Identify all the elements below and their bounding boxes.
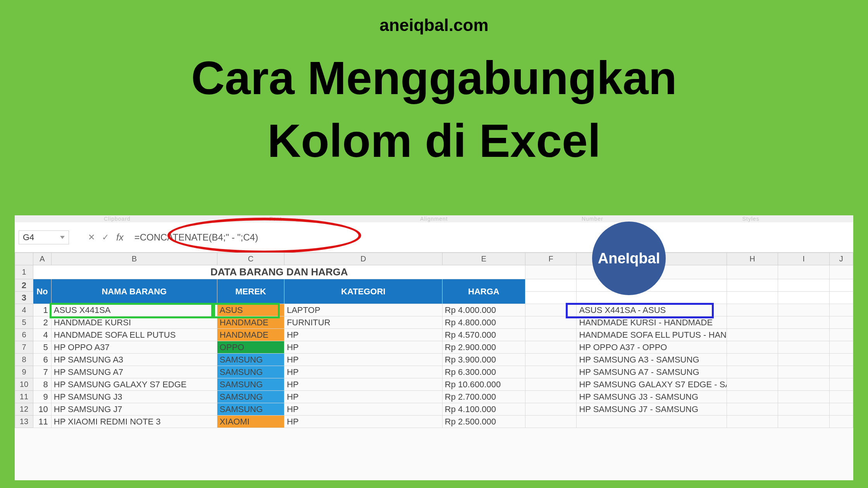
cell-kategori[interactable]: HP bbox=[284, 366, 443, 378]
row-header[interactable]: 9 bbox=[15, 366, 33, 378]
cell[interactable] bbox=[829, 341, 853, 354]
cell-harga[interactable]: Rp 6.300.000 bbox=[442, 366, 525, 378]
cell[interactable] bbox=[727, 279, 778, 292]
cell-result[interactable]: HANDMADE KURSI - HANDMADE bbox=[577, 316, 727, 329]
cell[interactable] bbox=[778, 416, 830, 428]
cell-no[interactable]: 10 bbox=[33, 403, 51, 416]
th-no[interactable]: No bbox=[33, 279, 51, 304]
cell-no[interactable]: 8 bbox=[33, 378, 51, 391]
cell-nama[interactable]: HP SAMSUNG J7 bbox=[51, 403, 217, 416]
cell-nama[interactable]: HANDMADE KURSI bbox=[51, 316, 217, 329]
select-all-corner[interactable] bbox=[15, 253, 33, 265]
cell-kategori[interactable]: LAPTOP bbox=[284, 304, 443, 316]
cell-result[interactable]: HANDMADE SOFA ELL PUTUS - HANDMADE bbox=[577, 329, 727, 341]
col-header-i[interactable]: I bbox=[778, 253, 830, 265]
cell[interactable] bbox=[525, 403, 577, 416]
col-header-j[interactable]: J bbox=[829, 253, 853, 265]
cell[interactable] bbox=[778, 391, 830, 403]
cell-harga[interactable]: Rp 2.900.000 bbox=[442, 341, 525, 354]
cell[interactable] bbox=[778, 265, 830, 279]
row-header[interactable]: 13 bbox=[15, 416, 33, 428]
cell-harga[interactable]: Rp 10.600.000 bbox=[442, 378, 525, 391]
cell[interactable] bbox=[778, 354, 830, 366]
cell[interactable] bbox=[525, 378, 577, 391]
sheet-title[interactable]: DATA BARANG DAN HARGA bbox=[33, 265, 525, 279]
cell-result[interactable]: HP SAMSUNG A7 - SAMSUNG bbox=[577, 366, 727, 378]
cell[interactable] bbox=[778, 378, 830, 391]
cell[interactable] bbox=[727, 316, 778, 329]
col-header-f[interactable]: F bbox=[525, 253, 577, 265]
cell-no[interactable]: 7 bbox=[33, 366, 51, 378]
cell[interactable] bbox=[778, 279, 830, 292]
cell-kategori[interactable]: HP bbox=[284, 329, 443, 341]
cell[interactable] bbox=[829, 292, 853, 304]
cell[interactable] bbox=[577, 292, 727, 304]
cell[interactable] bbox=[727, 378, 778, 391]
cell[interactable] bbox=[727, 416, 778, 428]
cell[interactable] bbox=[727, 403, 778, 416]
cell[interactable] bbox=[829, 354, 853, 366]
col-header-c[interactable]: C bbox=[217, 253, 284, 265]
cell-harga[interactable]: Rp 4.570.000 bbox=[442, 329, 525, 341]
cell[interactable] bbox=[525, 341, 577, 354]
formula-input[interactable]: =CONCATENATE(B4;" - ";C4) bbox=[127, 232, 258, 243]
cell-nama[interactable]: HP SAMSUNG A3 bbox=[51, 354, 217, 366]
cell-kategori[interactable]: HP bbox=[284, 403, 443, 416]
cell-merek[interactable]: SAMSUNG bbox=[217, 391, 284, 403]
cell-result[interactable]: HP SAMSUNG A3 - SAMSUNG bbox=[577, 354, 727, 366]
cell[interactable] bbox=[829, 366, 853, 378]
spreadsheet-grid[interactable]: A B C D E F G H I J 1 DATA BARANG DAN HA… bbox=[15, 253, 853, 428]
cell-kategori[interactable]: HP bbox=[284, 341, 443, 354]
row-header[interactable]: 5 bbox=[15, 316, 33, 329]
col-header-e[interactable]: E bbox=[442, 253, 525, 265]
cell[interactable] bbox=[525, 354, 577, 366]
cell[interactable] bbox=[525, 391, 577, 403]
cell[interactable] bbox=[727, 366, 778, 378]
cell-kategori[interactable]: HP bbox=[284, 391, 443, 403]
cell[interactable] bbox=[727, 304, 778, 316]
row-header[interactable]: 12 bbox=[15, 403, 33, 416]
row-header[interactable]: 4 bbox=[15, 304, 33, 316]
cell-merek[interactable]: XIAOMI bbox=[217, 416, 284, 428]
cell-merek[interactable]: SAMSUNG bbox=[217, 378, 284, 391]
cell-no[interactable]: 6 bbox=[33, 354, 51, 366]
cell-nama[interactable]: HANDMADE SOFA ELL PUTUS bbox=[51, 329, 217, 341]
th-merek[interactable]: MEREK bbox=[217, 279, 284, 304]
cell-merek[interactable]: ASUS bbox=[217, 304, 284, 316]
cell[interactable] bbox=[829, 265, 853, 279]
cell-result[interactable]: HP SAMSUNG GALAXY S7 EDGE - SAMSUNG bbox=[577, 378, 727, 391]
cell-merek[interactable]: SAMSUNG bbox=[217, 366, 284, 378]
name-box[interactable]: G4 bbox=[19, 230, 69, 244]
fx-icon[interactable]: fx bbox=[116, 232, 124, 243]
cell-no[interactable]: 9 bbox=[33, 391, 51, 403]
cell-no[interactable]: 1 bbox=[33, 304, 51, 316]
cell-harga[interactable]: Rp 4.100.000 bbox=[442, 403, 525, 416]
row-header[interactable]: 1 bbox=[15, 265, 33, 279]
cell-no[interactable]: 2 bbox=[33, 316, 51, 329]
cell[interactable] bbox=[727, 354, 778, 366]
col-header-b[interactable]: B bbox=[51, 253, 217, 265]
cell[interactable] bbox=[829, 316, 853, 329]
row-header[interactable]: 11 bbox=[15, 391, 33, 403]
cell-kategori[interactable]: HP bbox=[284, 416, 443, 428]
cell[interactable] bbox=[525, 265, 577, 279]
cell-merek[interactable]: HANDMADE bbox=[217, 329, 284, 341]
cell-nama[interactable]: HP SAMSUNG GALAXY S7 EDGE bbox=[51, 378, 217, 391]
cell[interactable] bbox=[829, 329, 853, 341]
cell[interactable] bbox=[829, 279, 853, 292]
cell[interactable] bbox=[778, 341, 830, 354]
cell-result[interactable]: HP SAMSUNG J3 - SAMSUNG bbox=[577, 391, 727, 403]
cell[interactable] bbox=[727, 265, 778, 279]
cell-harga[interactable]: Rp 2.700.000 bbox=[442, 391, 525, 403]
cell[interactable] bbox=[525, 304, 577, 316]
cell[interactable] bbox=[829, 416, 853, 428]
cell[interactable] bbox=[525, 316, 577, 329]
row-header[interactable]: 2 bbox=[15, 279, 33, 292]
cell[interactable] bbox=[778, 329, 830, 341]
th-nama[interactable]: NAMA BARANG bbox=[51, 279, 217, 304]
col-header-h[interactable]: H bbox=[727, 253, 778, 265]
row-header[interactable]: 7 bbox=[15, 341, 33, 354]
cell-no[interactable]: 4 bbox=[33, 329, 51, 341]
cell-harga[interactable]: Rp 3.900.000 bbox=[442, 354, 525, 366]
cell[interactable] bbox=[829, 378, 853, 391]
